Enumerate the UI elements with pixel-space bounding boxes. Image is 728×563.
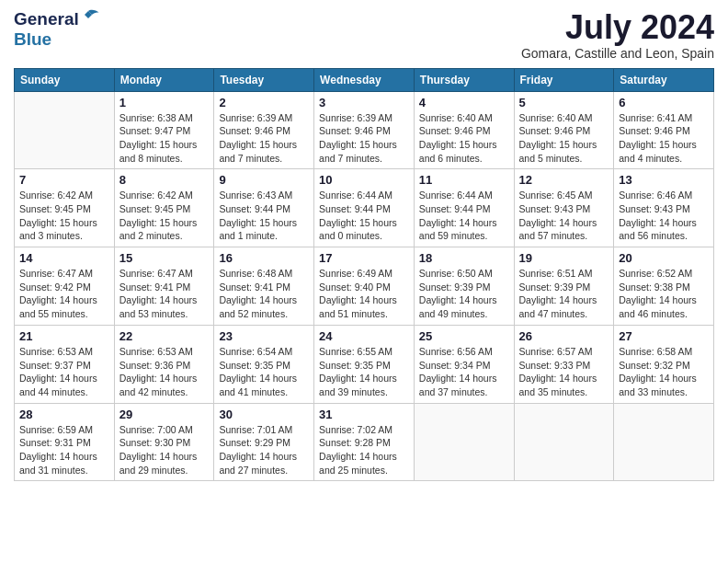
day-info: Sunrise: 6:44 AMSunset: 9:44 PMDaylight:… <box>419 189 509 243</box>
calendar-cell: 1Sunrise: 6:38 AMSunset: 9:47 PMDaylight… <box>114 91 214 169</box>
day-number: 27 <box>619 329 709 343</box>
day-info: Sunrise: 7:02 AMSunset: 9:28 PMDaylight:… <box>319 423 409 477</box>
day-info: Sunrise: 6:39 AMSunset: 9:46 PMDaylight:… <box>219 111 309 166</box>
day-number: 11 <box>419 173 509 187</box>
calendar-header: SundayMondayTuesdayWednesdayThursdayFrid… <box>15 68 714 91</box>
calendar-week-3: 14Sunrise: 6:47 AMSunset: 9:42 PMDayligh… <box>15 247 714 326</box>
calendar-cell: 21Sunrise: 6:53 AMSunset: 9:37 PMDayligh… <box>15 325 115 403</box>
calendar-cell: 15Sunrise: 6:47 AMSunset: 9:41 PMDayligh… <box>114 247 214 326</box>
day-info: Sunrise: 6:46 AMSunset: 9:43 PMDaylight:… <box>619 189 709 243</box>
day-number: 31 <box>319 408 409 421</box>
day-number: 15 <box>119 251 210 265</box>
day-info: Sunrise: 6:55 AMSunset: 9:35 PMDaylight:… <box>319 345 409 399</box>
day-number: 29 <box>119 408 210 421</box>
month-title: July 2024 <box>521 9 714 46</box>
calendar-cell: 9Sunrise: 6:43 AMSunset: 9:44 PMDaylight… <box>214 169 314 247</box>
day-info: Sunrise: 6:42 AMSunset: 9:45 PMDaylight:… <box>19 189 109 243</box>
day-info: Sunrise: 6:47 AMSunset: 9:42 PMDaylight:… <box>19 267 109 321</box>
calendar-cell: 3Sunrise: 6:39 AMSunset: 9:46 PMDaylight… <box>314 91 415 169</box>
day-info: Sunrise: 6:58 AMSunset: 9:32 PMDaylight:… <box>619 345 709 399</box>
day-number: 26 <box>519 329 609 343</box>
day-of-week-friday: Friday <box>514 68 614 91</box>
calendar-cell: 17Sunrise: 6:49 AMSunset: 9:40 PMDayligh… <box>314 247 415 326</box>
calendar-week-1: 1Sunrise: 6:38 AMSunset: 9:47 PMDaylight… <box>15 91 714 169</box>
day-number: 9 <box>219 173 309 187</box>
calendar-cell: 20Sunrise: 6:52 AMSunset: 9:38 PMDayligh… <box>614 247 714 326</box>
day-number: 17 <box>319 251 409 265</box>
day-number: 18 <box>419 251 509 265</box>
day-number: 25 <box>419 329 509 343</box>
day-of-week-thursday: Thursday <box>414 68 514 91</box>
calendar-cell: 30Sunrise: 7:01 AMSunset: 9:29 PMDayligh… <box>214 403 314 481</box>
day-info: Sunrise: 6:41 AMSunset: 9:46 PMDaylight:… <box>619 111 709 166</box>
calendar-cell: 25Sunrise: 6:56 AMSunset: 9:34 PMDayligh… <box>414 325 514 403</box>
calendar-cell: 13Sunrise: 6:46 AMSunset: 9:43 PMDayligh… <box>614 169 714 247</box>
calendar-cell: 31Sunrise: 7:02 AMSunset: 9:28 PMDayligh… <box>314 403 415 481</box>
header: General Blue July 2024 Gomara, Castille … <box>14 9 714 61</box>
day-info: Sunrise: 6:53 AMSunset: 9:37 PMDaylight:… <box>19 345 109 399</box>
day-number: 2 <box>219 96 309 109</box>
day-number: 5 <box>519 96 609 109</box>
day-info: Sunrise: 6:52 AMSunset: 9:38 PMDaylight:… <box>619 267 709 321</box>
logo-general: General <box>14 9 79 29</box>
day-info: Sunrise: 6:51 AMSunset: 9:39 PMDaylight:… <box>519 267 609 321</box>
calendar-cell: 24Sunrise: 6:55 AMSunset: 9:35 PMDayligh… <box>314 325 415 403</box>
calendar-cell: 29Sunrise: 7:00 AMSunset: 9:30 PMDayligh… <box>114 403 214 481</box>
day-number: 30 <box>219 408 309 421</box>
day-info: Sunrise: 7:01 AMSunset: 9:29 PMDaylight:… <box>219 423 309 477</box>
day-info: Sunrise: 6:50 AMSunset: 9:39 PMDaylight:… <box>419 267 509 321</box>
calendar-cell: 14Sunrise: 6:47 AMSunset: 9:42 PMDayligh… <box>15 247 115 326</box>
logo: General Blue <box>14 9 101 50</box>
calendar-cell: 23Sunrise: 6:54 AMSunset: 9:35 PMDayligh… <box>214 325 314 403</box>
calendar-cell: 12Sunrise: 6:45 AMSunset: 9:43 PMDayligh… <box>514 169 614 247</box>
calendar-cell <box>414 403 514 481</box>
calendar-cell: 18Sunrise: 6:50 AMSunset: 9:39 PMDayligh… <box>414 247 514 326</box>
calendar-cell: 16Sunrise: 6:48 AMSunset: 9:41 PMDayligh… <box>214 247 314 326</box>
logo-blue: Blue <box>14 29 51 49</box>
calendar-cell: 8Sunrise: 6:42 AMSunset: 9:45 PMDaylight… <box>114 169 214 247</box>
day-of-week-sunday: Sunday <box>15 68 115 91</box>
day-number: 20 <box>619 251 709 265</box>
day-number: 10 <box>319 173 409 187</box>
day-info: Sunrise: 6:38 AMSunset: 9:47 PMDaylight:… <box>119 111 210 166</box>
day-number: 7 <box>19 173 109 187</box>
day-info: Sunrise: 6:56 AMSunset: 9:34 PMDaylight:… <box>419 345 509 399</box>
calendar-week-2: 7Sunrise: 6:42 AMSunset: 9:45 PMDaylight… <box>15 169 714 247</box>
calendar-cell: 6Sunrise: 6:41 AMSunset: 9:46 PMDaylight… <box>614 91 714 169</box>
calendar-cell <box>514 403 614 481</box>
calendar-cell <box>614 403 714 481</box>
calendar-cell: 2Sunrise: 6:39 AMSunset: 9:46 PMDaylight… <box>214 91 314 169</box>
day-number: 19 <box>519 251 609 265</box>
day-number: 14 <box>19 251 109 265</box>
calendar-cell <box>15 91 115 169</box>
day-info: Sunrise: 6:53 AMSunset: 9:36 PMDaylight:… <box>119 345 210 399</box>
day-info: Sunrise: 6:45 AMSunset: 9:43 PMDaylight:… <box>519 189 609 243</box>
day-number: 16 <box>219 251 309 265</box>
day-info: Sunrise: 6:49 AMSunset: 9:40 PMDaylight:… <box>319 267 409 321</box>
day-info: Sunrise: 6:40 AMSunset: 9:46 PMDaylight:… <box>519 111 609 166</box>
day-info: Sunrise: 6:48 AMSunset: 9:41 PMDaylight:… <box>219 267 309 321</box>
day-info: Sunrise: 7:00 AMSunset: 9:30 PMDaylight:… <box>119 423 210 477</box>
day-info: Sunrise: 6:44 AMSunset: 9:44 PMDaylight:… <box>319 189 409 243</box>
day-info: Sunrise: 6:59 AMSunset: 9:31 PMDaylight:… <box>19 423 109 477</box>
day-number: 4 <box>419 96 509 109</box>
calendar-cell: 5Sunrise: 6:40 AMSunset: 9:46 PMDaylight… <box>514 91 614 169</box>
calendar-cell: 11Sunrise: 6:44 AMSunset: 9:44 PMDayligh… <box>414 169 514 247</box>
location-subtitle: Gomara, Castille and Leon, Spain <box>521 46 714 61</box>
day-info: Sunrise: 6:54 AMSunset: 9:35 PMDaylight:… <box>219 345 309 399</box>
calendar-cell: 22Sunrise: 6:53 AMSunset: 9:36 PMDayligh… <box>114 325 214 403</box>
day-of-week-tuesday: Tuesday <box>214 68 314 91</box>
day-number: 1 <box>119 96 210 109</box>
day-info: Sunrise: 6:57 AMSunset: 9:33 PMDaylight:… <box>519 345 609 399</box>
day-number: 13 <box>619 173 709 187</box>
day-of-week-wednesday: Wednesday <box>314 68 415 91</box>
day-number: 8 <box>119 173 210 187</box>
calendar-cell: 7Sunrise: 6:42 AMSunset: 9:45 PMDaylight… <box>15 169 115 247</box>
calendar-cell: 10Sunrise: 6:44 AMSunset: 9:44 PMDayligh… <box>314 169 415 247</box>
day-number: 22 <box>119 329 210 343</box>
day-info: Sunrise: 6:47 AMSunset: 9:41 PMDaylight:… <box>119 267 210 321</box>
day-number: 6 <box>619 96 709 109</box>
calendar-table: SundayMondayTuesdayWednesdayThursdayFrid… <box>14 68 714 482</box>
day-of-week-monday: Monday <box>114 68 214 91</box>
logo-bird-icon <box>81 9 101 29</box>
